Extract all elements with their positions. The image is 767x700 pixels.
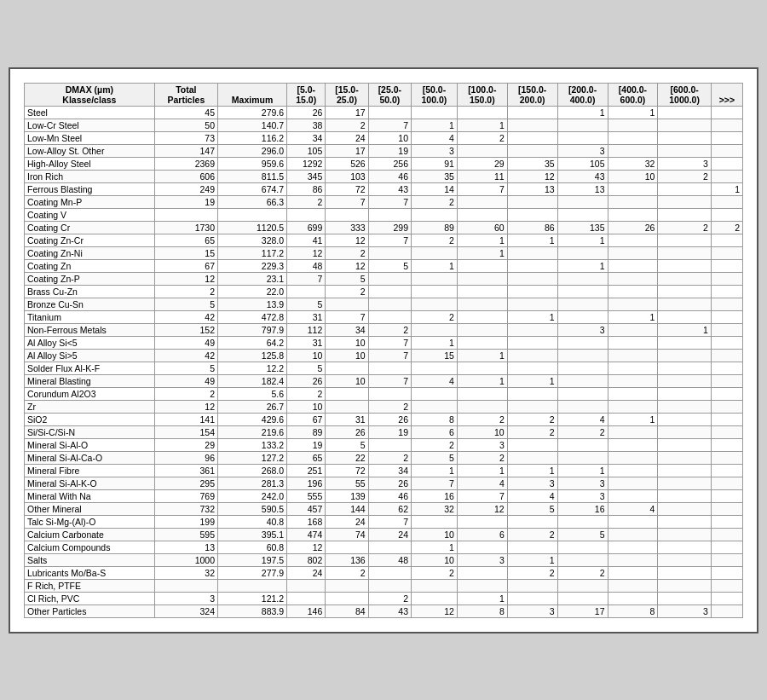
row-cell	[557, 285, 608, 298]
row-cell: 10	[326, 374, 368, 387]
table-row: Coating Cr17301120.569933329989608613526…	[25, 221, 743, 234]
row-label: High-Alloy Steel	[25, 157, 155, 170]
row-cell	[557, 579, 608, 592]
row-cell: 3	[457, 553, 507, 566]
row-cell	[608, 362, 658, 374]
row-cell: 86	[507, 221, 557, 234]
row-cell: 14	[412, 182, 458, 195]
row-cell: 32	[412, 502, 458, 515]
row-cell	[608, 425, 658, 438]
row-cell: 2	[507, 566, 557, 579]
row-cell	[557, 195, 608, 208]
row-label: Cl Rich, PVC	[25, 592, 155, 605]
row-cell: 42	[154, 310, 217, 323]
row-cell: 154	[154, 425, 217, 438]
row-cell: 12	[326, 234, 368, 246]
row-cell: 5	[412, 451, 458, 464]
row-cell: 1120.5	[218, 221, 287, 234]
row-cell: 2	[368, 592, 411, 605]
row-cell	[608, 259, 658, 272]
row-cell	[711, 310, 742, 323]
row-cell	[711, 285, 742, 298]
table-row: Ferrous Blasting249674.786724314713131	[25, 182, 743, 195]
row-cell: 67	[154, 259, 217, 272]
row-cell: 35	[507, 157, 557, 170]
row-cell: 50	[154, 119, 217, 131]
row-cell	[711, 323, 742, 336]
row-cell	[457, 285, 507, 298]
row-cell: 7	[368, 374, 411, 387]
row-label: Iron Rich	[25, 170, 155, 182]
row-cell	[368, 387, 411, 400]
row-cell: 256	[368, 157, 411, 170]
row-cell: 242.0	[218, 489, 287, 502]
table-row: Mineral With Na769242.05551394616743	[25, 489, 743, 502]
row-cell	[457, 106, 507, 119]
row-cell	[326, 298, 368, 310]
row-cell	[368, 362, 411, 374]
row-cell	[368, 246, 411, 259]
row-cell	[658, 579, 711, 592]
row-cell	[412, 400, 458, 413]
row-cell: 7	[326, 310, 368, 323]
table-row: Coating Zn-P1223.175	[25, 272, 743, 285]
row-cell: 96	[154, 451, 217, 464]
row-cell	[608, 374, 658, 387]
row-cell	[711, 234, 742, 246]
row-cell	[326, 208, 368, 221]
table-row: Low-Mn Steel73116.234241042	[25, 131, 743, 144]
row-cell	[658, 413, 711, 425]
row-cell: 1	[557, 234, 608, 246]
header-class: DMAX (µm) Klasse/class	[25, 83, 155, 106]
row-cell	[557, 336, 608, 349]
row-cell: 31	[287, 336, 326, 349]
row-cell: 281.3	[218, 477, 287, 489]
row-cell: 48	[368, 553, 411, 566]
row-cell: 26	[287, 106, 326, 119]
row-cell: 361	[154, 464, 217, 477]
row-cell: 526	[326, 157, 368, 170]
row-label: Si/Si-C/Si-N	[25, 425, 155, 438]
row-cell	[658, 106, 711, 119]
row-cell	[658, 528, 711, 541]
row-cell	[711, 541, 742, 553]
header-400-600: [400.0- 600.0)	[608, 83, 658, 106]
row-cell	[608, 477, 658, 489]
row-cell: 46	[368, 170, 411, 182]
row-cell	[658, 438, 711, 451]
row-cell	[457, 272, 507, 285]
row-cell: 5	[154, 298, 217, 310]
row-cell: 34	[287, 131, 326, 144]
row-cell	[368, 298, 411, 310]
table-row: Lubricants Mo/Ba-S32277.9242222	[25, 566, 743, 579]
row-label: Coating Cr	[25, 221, 155, 234]
row-cell: 4	[608, 502, 658, 515]
row-cell	[368, 310, 411, 323]
row-cell	[658, 464, 711, 477]
row-cell: 3	[154, 592, 217, 605]
row-cell	[658, 119, 711, 131]
row-cell: 1	[507, 553, 557, 566]
row-cell: 2	[326, 119, 368, 131]
row-cell	[557, 272, 608, 285]
row-cell: 197.5	[218, 553, 287, 566]
row-cell	[557, 400, 608, 413]
row-cell: 1	[507, 464, 557, 477]
row-cell	[326, 579, 368, 592]
row-cell	[608, 208, 658, 221]
row-cell	[658, 336, 711, 349]
row-cell: 65	[154, 234, 217, 246]
row-cell	[608, 298, 658, 310]
row-cell	[711, 362, 742, 374]
row-cell: 17	[557, 605, 608, 617]
row-cell	[507, 285, 557, 298]
row-cell	[608, 451, 658, 464]
row-cell: 152	[154, 323, 217, 336]
row-cell	[658, 400, 711, 413]
row-cell	[368, 208, 411, 221]
row-cell: 2	[326, 246, 368, 259]
row-cell: 1	[557, 464, 608, 477]
row-cell	[507, 362, 557, 374]
table-row: Calcium Compounds1360.8121	[25, 541, 743, 553]
table-row: Coating Mn-P1966.32772	[25, 195, 743, 208]
